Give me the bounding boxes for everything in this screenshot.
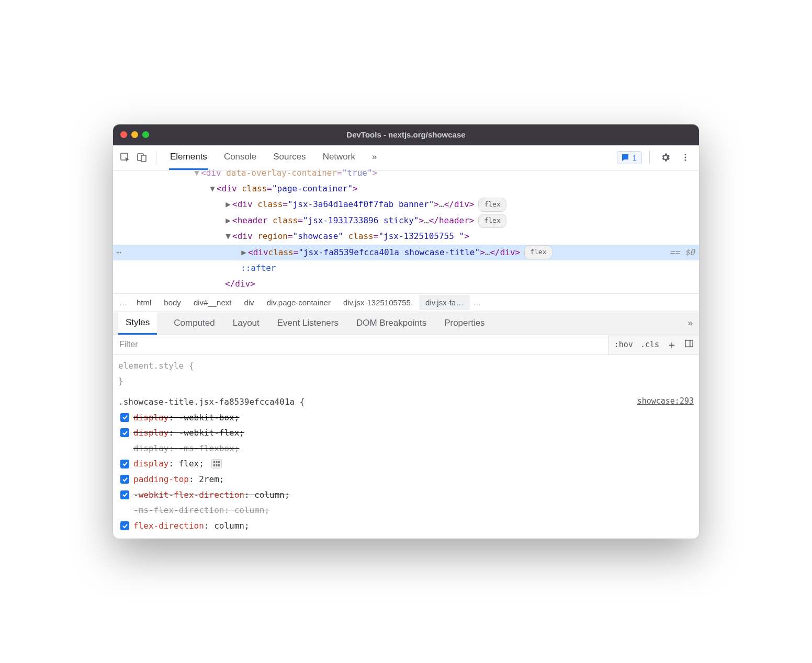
- subtab-dom-breakpoints[interactable]: DOM Breakpoints: [355, 313, 427, 334]
- new-style-rule-icon[interactable]: ＋: [667, 338, 677, 352]
- close-window-button[interactable]: [120, 131, 127, 138]
- css-value[interactable]: column: [254, 490, 285, 500]
- breadcrumb-item[interactable]: body: [157, 295, 187, 310]
- expand-arrow-icon[interactable]: ▼: [225, 228, 231, 244]
- css-value[interactable]: flex: [179, 459, 199, 468]
- expand-arrow-icon[interactable]: ▼: [209, 181, 216, 197]
- inspect-element-icon[interactable]: [118, 151, 132, 164]
- svg-rect-8: [216, 461, 217, 463]
- dom-node[interactable]: ▼<div region="showcase" class="jsx-13251…: [113, 228, 699, 244]
- dom-line-actions-icon[interactable]: ⋯: [116, 245, 121, 260]
- titlebar: DevTools - nextjs.org/showcase: [113, 124, 699, 145]
- subtab-event-listeners[interactable]: Event Listeners: [276, 313, 340, 334]
- element-style-block: element.style { }: [118, 358, 694, 389]
- subtab-overflow-icon[interactable]: »: [687, 313, 694, 334]
- breadcrumb-item-active[interactable]: div.jsx-fa…: [419, 295, 470, 310]
- css-declaration[interactable]: display: -webkit-box;: [118, 410, 694, 426]
- css-value[interactable]: -webkit-flex: [179, 428, 240, 438]
- flex-badge[interactable]: flex: [478, 214, 506, 228]
- css-rules-pane[interactable]: element.style { } .showcase-title.jsx-fa…: [113, 355, 699, 539]
- rule-source-link[interactable]: showcase:293: [637, 394, 694, 410]
- flex-badge[interactable]: flex: [478, 198, 506, 212]
- toolbar-divider: [649, 151, 650, 164]
- rule-header: .showcase-title.jsx-fa8539efcca401a { sh…: [118, 394, 694, 410]
- dom-node[interactable]: ▼<div data-overlay-container="true">: [113, 165, 699, 181]
- css-property[interactable]: -webkit-flex-direction: [133, 490, 244, 500]
- flex-badge[interactable]: flex: [524, 245, 552, 259]
- subtab-properties[interactable]: Properties: [443, 313, 486, 334]
- declaration-enabled-checkbox[interactable]: [120, 490, 129, 499]
- console-reference-hint: == $0: [670, 245, 699, 260]
- css-property[interactable]: display: [133, 459, 168, 468]
- breadcrumb-overflow-right[interactable]: …: [470, 298, 484, 307]
- expand-arrow-icon[interactable]: ▶: [225, 213, 231, 228]
- toolbar-divider: [156, 151, 156, 164]
- css-declaration[interactable]: flex-direction: column;: [118, 518, 694, 534]
- dom-node[interactable]: ▶<header class="jsx-1931733896 sticky">……: [113, 213, 699, 228]
- breadcrumb-item[interactable]: div.page-container: [261, 295, 337, 310]
- subtab-computed[interactable]: Computed: [173, 313, 216, 334]
- issues-badge[interactable]: 1: [617, 151, 642, 164]
- css-value[interactable]: column: [214, 521, 244, 531]
- flexbox-editor-icon[interactable]: [211, 459, 222, 468]
- css-property[interactable]: display: [133, 413, 168, 422]
- css-value[interactable]: column: [234, 505, 265, 515]
- breadcrumb-item[interactable]: div.jsx-1325105755.: [337, 295, 419, 310]
- expand-arrow-icon[interactable]: ▼: [194, 165, 200, 181]
- subtab-layout[interactable]: Layout: [232, 313, 261, 334]
- subtab-styles[interactable]: Styles: [118, 312, 157, 335]
- more-icon[interactable]: [677, 149, 694, 166]
- css-value[interactable]: -ms-flexbox: [179, 443, 234, 453]
- styles-filter-input[interactable]: [113, 335, 608, 355]
- expand-arrow-icon[interactable]: ▶: [241, 245, 247, 260]
- declaration-enabled-checkbox[interactable]: [120, 413, 129, 422]
- dom-node[interactable]: ▼<div class="page-container">: [113, 181, 699, 197]
- styles-subtabs: Styles Computed Layout Event Listeners D…: [113, 312, 699, 335]
- declaration-enabled-checkbox[interactable]: [120, 460, 129, 468]
- breadcrumb-item[interactable]: div: [238, 295, 260, 310]
- css-declaration[interactable]: padding-top: 2rem;: [118, 472, 694, 487]
- css-declaration[interactable]: display: -webkit-flex;: [118, 425, 694, 441]
- device-toggle-icon[interactable]: [135, 151, 149, 164]
- breadcrumb-item[interactable]: div#__next: [187, 295, 238, 310]
- css-value[interactable]: -webkit-box: [179, 413, 234, 422]
- css-property[interactable]: padding-top: [133, 474, 189, 484]
- zoom-window-button[interactable]: [142, 131, 149, 138]
- dom-node[interactable]: </div>: [113, 276, 699, 292]
- css-declaration[interactable]: display: -ms-flexbox;: [118, 441, 694, 456]
- css-property[interactable]: display: [133, 443, 168, 453]
- cls-toggle[interactable]: .cls: [640, 340, 659, 349]
- computed-panel-toggle-icon[interactable]: [684, 339, 694, 350]
- breadcrumb-overflow-left[interactable]: …: [116, 298, 130, 307]
- css-property[interactable]: display: [133, 428, 168, 438]
- svg-rect-7: [213, 461, 215, 463]
- window-title: DevTools - nextjs.org/showcase: [113, 130, 699, 139]
- css-value[interactable]: 2rem: [199, 474, 219, 484]
- svg-point-5: [685, 159, 686, 161]
- dom-tree[interactable]: ▼<div data-overlay-container="true">▼<di…: [113, 170, 699, 293]
- styles-tools: :hov .cls ＋: [608, 335, 699, 355]
- css-property[interactable]: -ms-flex-direction: [133, 505, 224, 515]
- dom-node[interactable]: ::after: [113, 260, 699, 276]
- breadcrumb: … html body div#__next div div.page-cont…: [113, 293, 699, 312]
- hov-toggle[interactable]: :hov: [614, 340, 633, 349]
- settings-icon[interactable]: [657, 149, 674, 166]
- svg-point-4: [685, 157, 686, 158]
- minimize-window-button[interactable]: [131, 131, 138, 138]
- dom-node[interactable]: ⋯▶<div class="jsx-fa8539efcca401a showca…: [113, 245, 699, 260]
- issues-count: 1: [633, 153, 637, 162]
- declaration-enabled-checkbox[interactable]: [120, 475, 129, 484]
- dom-node[interactable]: ▶<div class="jsx-3a64d1ae4f0f7fab banner…: [113, 197, 699, 212]
- declaration-enabled-checkbox[interactable]: [120, 521, 129, 530]
- css-declaration[interactable]: -webkit-flex-direction: column;: [118, 487, 694, 503]
- declaration-enabled-checkbox[interactable]: [120, 428, 129, 437]
- window-controls: [120, 131, 149, 138]
- css-property[interactable]: flex-direction: [133, 521, 204, 531]
- expand-arrow-icon[interactable]: ▶: [225, 197, 231, 212]
- css-declaration[interactable]: -ms-flex-direction: column;: [118, 502, 694, 518]
- rule-selector: .showcase-title.jsx-fa8539efcca401a: [118, 394, 295, 410]
- svg-rect-9: [218, 461, 220, 463]
- svg-point-3: [685, 154, 686, 155]
- breadcrumb-item[interactable]: html: [130, 295, 157, 310]
- css-declaration[interactable]: display: flex;: [118, 456, 694, 472]
